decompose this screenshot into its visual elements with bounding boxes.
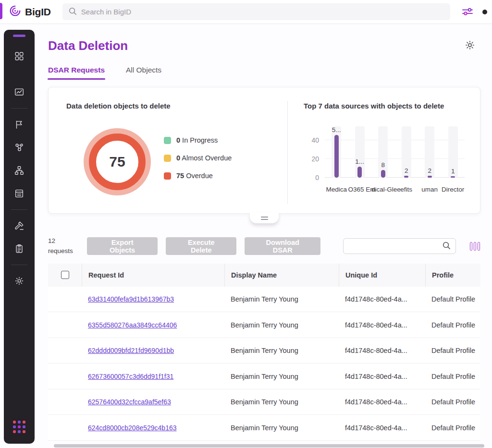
y-tick-label: 40	[311, 136, 319, 144]
corner-accent	[0, 3, 2, 19]
column-header-profile[interactable]: Profile	[425, 264, 480, 287]
select-all-checkbox[interactable]	[61, 271, 69, 279]
profile-cell: Default Profile	[425, 424, 480, 432]
column-header-unique-id[interactable]: Unique Id	[339, 264, 425, 287]
search-icon	[442, 241, 451, 252]
profile-cell: Default Profile	[425, 373, 480, 380]
unique-id-cell: f4d1748c-80ed-4a...	[339, 398, 425, 406]
column-header-display-name[interactable]: Display Name	[224, 264, 339, 287]
sidebar-item-tasks[interactable]	[9, 239, 29, 259]
page-tabs: DSAR Requests All Objects	[48, 66, 480, 80]
table-row: 62dddd009bfd21fd9690d1bb Benjamin Terry …	[48, 338, 480, 364]
export-objects-button[interactable]: Export Objects	[87, 237, 158, 255]
donut-total: 75	[109, 154, 125, 170]
top-header: BigID	[0, 0, 492, 24]
request-id-link[interactable]: 62673600057c3d6dd91f1f31	[88, 373, 173, 380]
user-avatar[interactable]	[482, 10, 487, 14]
global-search-bar[interactable]	[62, 3, 450, 20]
download-dsar-button[interactable]: Download DSAR	[245, 237, 320, 255]
global-search-input[interactable]	[81, 8, 444, 16]
y-tick-label: 20	[311, 155, 319, 163]
legend-item-in-progress: 0 In Progress	[164, 136, 232, 144]
unique-id-cell: f4d1748c-80ed-4a...	[339, 321, 425, 329]
bigid-logo-icon	[9, 4, 22, 19]
profile-cell: Default Profile	[425, 347, 480, 354]
main-content: Data Deletion DSAR Requests All Objects …	[48, 30, 480, 441]
sidebar-item-reports[interactable]	[9, 82, 29, 102]
display-name-cell: Benjamin Terry Young	[224, 321, 339, 329]
bar-value-label: 5...	[332, 126, 341, 133]
request-id-link[interactable]: 62dddd009bfd21fd9690d1bb	[88, 347, 174, 354]
unique-id-cell: f4d1748c-80ed-4a...	[339, 373, 425, 380]
execute-delete-button[interactable]: Execute Delete	[166, 237, 236, 255]
clipboard-icon	[14, 243, 25, 254]
handle-line	[261, 217, 268, 218]
apps-grid-icon[interactable]	[13, 421, 25, 433]
bar-chart-plot: 5...1...8221	[325, 126, 465, 178]
bar-chart-title: Top 7 data sources with objects to delet…	[304, 102, 467, 110]
bar-value-label: 2	[405, 167, 408, 174]
table-search-input[interactable]	[348, 242, 442, 250]
apps-grid-dot	[13, 430, 16, 433]
reports-chart-icon	[14, 87, 25, 97]
bar-category-label: Director	[442, 186, 465, 193]
summary-card: Data deletion objects to delete 75 0 In …	[48, 87, 480, 214]
sidebar-item-dashboard[interactable]	[9, 46, 29, 66]
table-row: 62576400d32cfcca9af5ef63 Benjamin Terry …	[48, 389, 480, 415]
bar-value-label: 1...	[355, 158, 364, 165]
brand-name: BigID	[25, 6, 51, 18]
request-id-link[interactable]: 624cd8000cb208e529c4b163	[88, 424, 177, 432]
bar-category-label: Medica	[325, 186, 348, 193]
column-picker-icon[interactable]	[469, 242, 480, 251]
sidebar-item-cluster-analysis[interactable]	[9, 137, 29, 157]
bar-category-label: uman	[418, 186, 442, 193]
request-id-link[interactable]: 6355d580276aa3849cc64406	[88, 321, 177, 329]
horizontal-scrollbar[interactable]	[54, 444, 484, 448]
donut-panel: Data deletion objects to delete 75 0 In …	[49, 87, 287, 213]
bar-chart-panel: Top 7 data sources with objects to delet…	[288, 87, 480, 213]
bar-column: 8	[371, 126, 395, 178]
column-header-request-id[interactable]: Request Id	[82, 264, 224, 287]
bar-category-label: O365 Em	[348, 186, 372, 193]
sidebar-item-settings[interactable]	[9, 271, 29, 291]
donut-ring: 75	[89, 133, 146, 190]
dashboard-icon	[14, 51, 25, 61]
table-row: 63d31400fefa9d1b613967b3 Benjamin Terry …	[48, 287, 480, 313]
apps-grid-dot	[13, 425, 16, 428]
tab-all-objects[interactable]: All Objects	[126, 66, 161, 80]
display-name-cell: Benjamin Terry Young	[224, 295, 339, 303]
sidebar-item-actions[interactable]	[9, 216, 29, 236]
bar	[428, 176, 432, 178]
bigid-logo[interactable]: BigID	[9, 4, 51, 19]
donut-legend: 0 In Progress 0 Almost Overdue 75 Overdu…	[164, 136, 232, 180]
sidebar-divider	[11, 209, 27, 210]
unique-id-cell: f4d1748c-80ed-4a...	[339, 424, 425, 432]
legend-swatch	[164, 137, 171, 144]
bar-value-label: 8	[381, 161, 385, 169]
tab-dsar-requests[interactable]: DSAR Requests	[48, 66, 105, 80]
bar-column: 1	[442, 126, 465, 178]
sidebar-item-data-flows[interactable]	[9, 160, 29, 181]
display-name-cell: Benjamin Terry Young	[224, 373, 339, 380]
legend-swatch	[164, 155, 171, 162]
sidebar-item-scans[interactable]	[9, 183, 29, 204]
display-name-cell: Benjamin Terry Young	[224, 347, 339, 354]
bar-value-label: 2	[428, 167, 431, 174]
request-id-link[interactable]: 62576400d32cfcca9af5ef63	[88, 398, 171, 406]
bar	[334, 135, 339, 178]
handle-line	[261, 219, 268, 220]
table-search-box[interactable]	[343, 238, 456, 254]
collapse-handle[interactable]	[250, 213, 279, 223]
page-settings-gear-icon[interactable]	[464, 39, 476, 53]
request-id-link[interactable]: 63d31400fefa9d1b613967b3	[88, 295, 174, 303]
hierarchy-icon	[14, 165, 25, 176]
flag-icon	[14, 119, 25, 130]
bar-chart: 02040 5...1...8221 MedicaO365 Emdical-Gl…	[304, 112, 467, 201]
profile-cell: Default Profile	[425, 321, 480, 329]
main-sidebar	[4, 30, 35, 444]
sidebar-item-policies[interactable]	[9, 114, 29, 134]
table-row: 62673600057c3d6dd91f1f31 Benjamin Terry …	[48, 363, 480, 389]
display-name-cell: Benjamin Terry Young	[224, 398, 339, 406]
bigid-app: BigID	[0, 0, 492, 448]
preferences-sliders-icon[interactable]	[460, 5, 476, 19]
